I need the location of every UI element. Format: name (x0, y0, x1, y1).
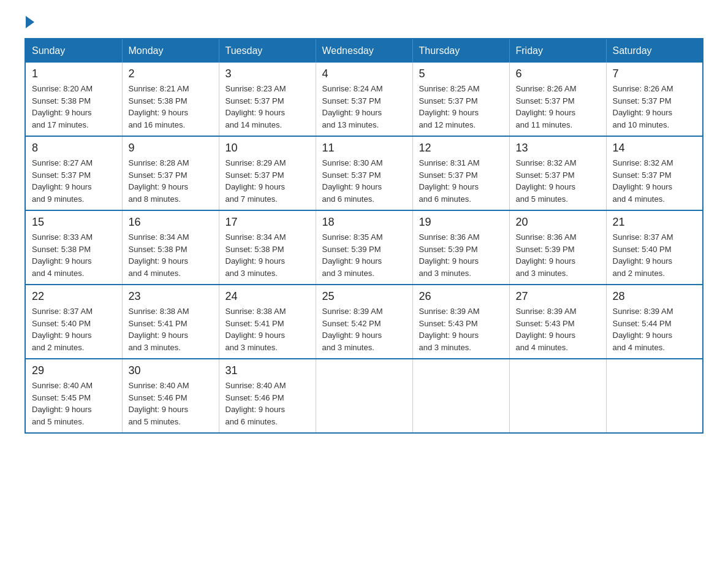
calendar-day-cell: 24 Sunrise: 8:38 AMSunset: 5:41 PMDaylig… (219, 285, 316, 359)
day-number: 10 (226, 142, 309, 155)
day-number: 8 (32, 142, 116, 155)
day-info: Sunrise: 8:38 AMSunset: 5:41 PMDaylight:… (226, 305, 309, 353)
day-info: Sunrise: 8:32 AMSunset: 5:37 PMDaylight:… (516, 157, 600, 205)
day-info: Sunrise: 8:30 AMSunset: 5:37 PMDaylight:… (322, 157, 406, 205)
calendar-day-cell: 23 Sunrise: 8:38 AMSunset: 5:41 PMDaylig… (122, 285, 219, 359)
calendar-day-cell: 1 Sunrise: 8:20 AMSunset: 5:38 PMDayligh… (25, 63, 122, 136)
calendar-day-header: Friday (509, 39, 606, 63)
calendar-day-cell: 13 Sunrise: 8:32 AMSunset: 5:37 PMDaylig… (509, 136, 606, 210)
day-number: 25 (322, 290, 406, 303)
day-number: 5 (419, 67, 503, 80)
calendar-day-cell: 19 Sunrise: 8:36 AMSunset: 5:39 PMDaylig… (412, 210, 509, 285)
day-info: Sunrise: 8:37 AMSunset: 5:40 PMDaylight:… (32, 305, 116, 353)
calendar-day-cell: 18 Sunrise: 8:35 AMSunset: 5:39 PMDaylig… (316, 210, 412, 285)
day-info: Sunrise: 8:38 AMSunset: 5:41 PMDaylight:… (129, 305, 213, 353)
day-info: Sunrise: 8:37 AMSunset: 5:40 PMDaylight:… (613, 231, 697, 279)
day-number: 29 (32, 364, 116, 377)
day-number: 26 (419, 290, 503, 303)
calendar-day-cell: 26 Sunrise: 8:39 AMSunset: 5:43 PMDaylig… (412, 285, 509, 359)
day-info: Sunrise: 8:24 AMSunset: 5:37 PMDaylight:… (322, 83, 406, 131)
logo (25, 18, 34, 26)
day-number: 12 (419, 142, 503, 155)
calendar-week-row: 1 Sunrise: 8:20 AMSunset: 5:38 PMDayligh… (25, 63, 703, 136)
calendar-table: SundayMondayTuesdayWednesdayThursdayFrid… (25, 38, 703, 434)
day-info: Sunrise: 8:28 AMSunset: 5:37 PMDaylight:… (129, 157, 213, 205)
calendar-day-cell (412, 359, 509, 433)
day-number: 18 (322, 216, 406, 229)
calendar-day-header: Tuesday (219, 39, 316, 63)
day-info: Sunrise: 8:33 AMSunset: 5:38 PMDaylight:… (32, 231, 116, 279)
day-number: 15 (32, 216, 116, 229)
calendar-day-cell: 30 Sunrise: 8:40 AMSunset: 5:46 PMDaylig… (122, 359, 219, 433)
calendar-day-cell: 9 Sunrise: 8:28 AMSunset: 5:37 PMDayligh… (122, 136, 219, 210)
day-info: Sunrise: 8:39 AMSunset: 5:43 PMDaylight:… (419, 305, 503, 353)
day-number: 23 (129, 290, 213, 303)
day-info: Sunrise: 8:31 AMSunset: 5:37 PMDaylight:… (419, 157, 503, 205)
calendar-day-cell: 29 Sunrise: 8:40 AMSunset: 5:45 PMDaylig… (25, 359, 122, 433)
day-info: Sunrise: 8:40 AMSunset: 5:46 PMDaylight:… (129, 380, 213, 427)
calendar-week-row: 22 Sunrise: 8:37 AMSunset: 5:40 PMDaylig… (25, 285, 703, 359)
calendar-day-cell: 5 Sunrise: 8:25 AMSunset: 5:37 PMDayligh… (412, 63, 509, 136)
calendar-day-cell: 3 Sunrise: 8:23 AMSunset: 5:37 PMDayligh… (219, 63, 316, 136)
calendar-day-cell (316, 359, 412, 433)
day-info: Sunrise: 8:34 AMSunset: 5:38 PMDaylight:… (226, 231, 309, 279)
day-number: 2 (129, 67, 213, 80)
calendar-day-cell: 12 Sunrise: 8:31 AMSunset: 5:37 PMDaylig… (412, 136, 509, 210)
day-info: Sunrise: 8:39 AMSunset: 5:44 PMDaylight:… (613, 305, 697, 353)
day-number: 11 (322, 142, 406, 155)
day-number: 31 (226, 364, 309, 377)
day-info: Sunrise: 8:32 AMSunset: 5:37 PMDaylight:… (613, 157, 697, 205)
calendar-day-cell: 31 Sunrise: 8:40 AMSunset: 5:46 PMDaylig… (219, 359, 316, 433)
calendar-day-header: Saturday (606, 39, 703, 63)
calendar-day-cell: 20 Sunrise: 8:36 AMSunset: 5:39 PMDaylig… (509, 210, 606, 285)
calendar-day-cell: 17 Sunrise: 8:34 AMSunset: 5:38 PMDaylig… (219, 210, 316, 285)
page-header (25, 18, 703, 26)
day-number: 3 (226, 67, 309, 80)
calendar-day-cell: 16 Sunrise: 8:34 AMSunset: 5:38 PMDaylig… (122, 210, 219, 285)
calendar-day-cell (606, 359, 703, 433)
day-number: 20 (516, 216, 600, 229)
day-number: 24 (226, 290, 309, 303)
calendar-day-cell: 21 Sunrise: 8:37 AMSunset: 5:40 PMDaylig… (606, 210, 703, 285)
day-number: 21 (613, 216, 697, 229)
calendar-day-header: Thursday (412, 39, 509, 63)
calendar-day-cell: 14 Sunrise: 8:32 AMSunset: 5:37 PMDaylig… (606, 136, 703, 210)
day-info: Sunrise: 8:39 AMSunset: 5:42 PMDaylight:… (322, 305, 406, 353)
day-number: 16 (129, 216, 213, 229)
calendar-week-row: 29 Sunrise: 8:40 AMSunset: 5:45 PMDaylig… (25, 359, 703, 433)
day-number: 28 (613, 290, 697, 303)
day-number: 6 (516, 67, 600, 80)
day-number: 19 (419, 216, 503, 229)
calendar-day-cell: 27 Sunrise: 8:39 AMSunset: 5:43 PMDaylig… (509, 285, 606, 359)
day-number: 17 (226, 216, 309, 229)
day-number: 9 (129, 142, 213, 155)
calendar-day-cell: 11 Sunrise: 8:30 AMSunset: 5:37 PMDaylig… (316, 136, 412, 210)
day-info: Sunrise: 8:25 AMSunset: 5:37 PMDaylight:… (419, 83, 503, 131)
day-info: Sunrise: 8:34 AMSunset: 5:38 PMDaylight:… (129, 231, 213, 279)
calendar-day-cell: 15 Sunrise: 8:33 AMSunset: 5:38 PMDaylig… (25, 210, 122, 285)
calendar-day-cell: 4 Sunrise: 8:24 AMSunset: 5:37 PMDayligh… (316, 63, 412, 136)
day-info: Sunrise: 8:35 AMSunset: 5:39 PMDaylight:… (322, 231, 406, 279)
calendar-day-header: Sunday (25, 39, 122, 63)
calendar-day-header: Monday (122, 39, 219, 63)
day-number: 22 (32, 290, 116, 303)
day-info: Sunrise: 8:23 AMSunset: 5:37 PMDaylight:… (226, 83, 309, 131)
day-info: Sunrise: 8:39 AMSunset: 5:43 PMDaylight:… (516, 305, 600, 353)
calendar-day-cell: 22 Sunrise: 8:37 AMSunset: 5:40 PMDaylig… (25, 285, 122, 359)
day-info: Sunrise: 8:40 AMSunset: 5:46 PMDaylight:… (226, 380, 309, 427)
day-info: Sunrise: 8:26 AMSunset: 5:37 PMDaylight:… (613, 83, 697, 131)
calendar-day-cell (509, 359, 606, 433)
day-number: 27 (516, 290, 600, 303)
day-number: 30 (129, 364, 213, 377)
calendar-day-cell: 28 Sunrise: 8:39 AMSunset: 5:44 PMDaylig… (606, 285, 703, 359)
calendar-day-cell: 8 Sunrise: 8:27 AMSunset: 5:37 PMDayligh… (25, 136, 122, 210)
day-info: Sunrise: 8:40 AMSunset: 5:45 PMDaylight:… (32, 380, 116, 427)
day-info: Sunrise: 8:36 AMSunset: 5:39 PMDaylight:… (419, 231, 503, 279)
calendar-day-cell: 10 Sunrise: 8:29 AMSunset: 5:37 PMDaylig… (219, 136, 316, 210)
day-info: Sunrise: 8:20 AMSunset: 5:38 PMDaylight:… (32, 83, 116, 131)
day-info: Sunrise: 8:27 AMSunset: 5:37 PMDaylight:… (32, 157, 116, 205)
day-info: Sunrise: 8:29 AMSunset: 5:37 PMDaylight:… (226, 157, 309, 205)
day-number: 13 (516, 142, 600, 155)
calendar-week-row: 8 Sunrise: 8:27 AMSunset: 5:37 PMDayligh… (25, 136, 703, 210)
calendar-day-header: Wednesday (316, 39, 412, 63)
